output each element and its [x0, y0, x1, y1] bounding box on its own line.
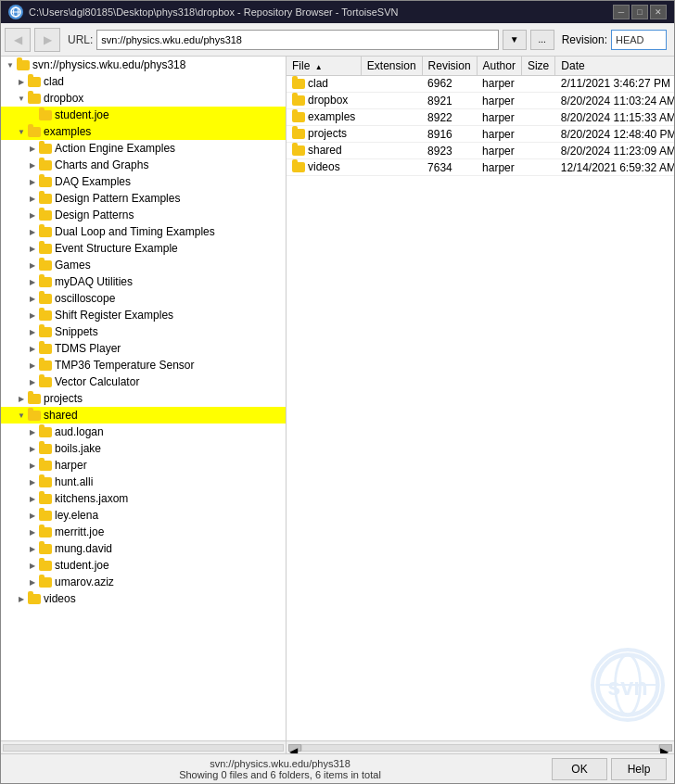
table-row[interactable]: dropbox8921harper8/20/2024 11:03:24 AM [287, 93, 674, 109]
tree-item-vector[interactable]: ▶ Vector Calculator [1, 373, 286, 390]
table-row[interactable]: projects8916harper8/20/2024 12:48:40 PM [287, 126, 674, 143]
main-window: C:\Users\dgl80185\Desktop\phys318\dropbo… [0, 0, 675, 784]
tree-item-event-structure[interactable]: ▶ Event Structure Example [1, 240, 286, 257]
tree-label-shared: shared [44, 409, 78, 422]
url-input[interactable] [96, 30, 498, 50]
tree-item-harper[interactable]: ▶ harper [1, 457, 286, 474]
col-header-extension[interactable]: Extension [361, 57, 422, 75]
tree-item-games[interactable]: ▶ Games [1, 257, 286, 273]
right-panel: File ▲ Extension Revision Author [287, 57, 674, 740]
col-header-author[interactable]: Author [477, 57, 521, 75]
file-extension [361, 93, 422, 109]
tree-item-charts[interactable]: ▶ Charts and Graphs [1, 157, 286, 173]
tree-label-student-joe-shared: student.joe [55, 559, 109, 572]
status-text-area: svn://physics.wku.edu/phys318 Showing 0 … [8, 758, 552, 780]
expander-games: ▶ [27, 257, 38, 273]
back-button[interactable]: ◀ [5, 28, 31, 52]
expander-daq: ▶ [27, 173, 38, 190]
tree-item-ley-elena[interactable]: ▶ ley.elena [1, 507, 286, 524]
folder-icon-tmp36 [38, 358, 53, 373]
table-row[interactable]: shared8923harper8/20/2024 11:23:09 AM [287, 143, 674, 159]
tree-item-videos[interactable]: ▶ videos [1, 590, 286, 607]
table-row[interactable]: clad6962harper2/11/2021 3:46:27 PM [287, 75, 674, 93]
tree-label-dropbox: dropbox [44, 92, 83, 105]
expander-merritt-joe: ▶ [27, 524, 38, 540]
tree-item-examples[interactable]: ▼ examples [1, 123, 286, 140]
main-content: ▼ svn://physics.wku.edu/phys318 ▶ clad ▼ [1, 57, 674, 740]
forward-icon: ▶ [44, 33, 52, 46]
file-extension [361, 143, 422, 159]
right-hscrollbar[interactable] [301, 744, 659, 752]
maximize-button[interactable]: □ [631, 5, 648, 19]
expander-dropbox: ▼ [16, 90, 27, 107]
url-browse-button[interactable]: ... [530, 30, 554, 50]
tree-label-design-pattern: Design Pattern Examples [55, 192, 180, 205]
tree-item-hunt-alli[interactable]: ▶ hunt.alli [1, 474, 286, 490]
revision-input[interactable] [611, 30, 667, 50]
tree-item-dual-loop[interactable]: ▶ Dual Loop and Timing Examples [1, 223, 286, 240]
file-size [521, 159, 554, 176]
tree-item-dropbox[interactable]: ▼ dropbox [1, 90, 286, 107]
close-button[interactable]: ✕ [650, 5, 667, 19]
file-extension [361, 75, 422, 93]
tree-label-umarov-aziz: umarov.aziz [55, 575, 114, 588]
col-header-file[interactable]: File ▲ [287, 57, 361, 75]
tree-item-tdms[interactable]: ▶ TDMS Player [1, 340, 286, 357]
tree-item-merritt-joe[interactable]: ▶ merritt.joe [1, 524, 286, 540]
tree-item-umarov-aziz[interactable]: ▶ umarov.aziz [1, 574, 286, 590]
tree-item-root[interactable]: ▼ svn://physics.wku.edu/phys318 [1, 57, 286, 73]
folder-icon-hunt-alli [38, 474, 53, 489]
folder-open-icon-dropbox [27, 91, 42, 106]
tree-item-tmp36[interactable]: ▶ TMP36 Temperature Sensor [1, 357, 286, 373]
help-button[interactable]: Help [611, 758, 667, 780]
tree-item-shift-register[interactable]: ▶ Shift Register Examples [1, 307, 286, 323]
window-title: C:\Users\dgl80185\Desktop\phys318\dropbo… [29, 6, 398, 18]
file-name: videos [308, 160, 340, 173]
tree-item-kitchens[interactable]: ▶ kitchens.jaxom [1, 490, 286, 507]
tree-item-student-joe-shared[interactable]: ▶ student.joe [1, 557, 286, 574]
folder-icon-vector [38, 374, 53, 389]
folder-icon-umarov-aziz [38, 575, 53, 589]
file-revision: 8916 [422, 126, 477, 143]
col-header-date[interactable]: Date [555, 57, 674, 75]
tree-item-daq[interactable]: ▶ DAQ Examples [1, 173, 286, 190]
url-go-button[interactable]: ▼ [503, 30, 527, 50]
tree-label-dual-loop: Dual Loop and Timing Examples [55, 225, 215, 238]
expander-root: ▼ [5, 57, 16, 73]
file-author: harper [477, 143, 521, 159]
table-row[interactable]: videos7634harper12/14/2021 6:59:32 AM [287, 159, 674, 176]
tree-item-action-engine[interactable]: ▶ Action Engine Examples [1, 140, 286, 157]
tree-item-mung-david[interactable]: ▶ mung.david [1, 540, 286, 557]
tree-item-clad[interactable]: ▶ clad [1, 73, 286, 90]
table-row[interactable]: examples8922harper8/20/2024 11:15:33 AM [287, 109, 674, 126]
expander-student-joe [27, 107, 38, 123]
tree-item-boils-jake[interactable]: ▶ boils.jake [1, 440, 286, 457]
tree-item-projects[interactable]: ▶ projects [1, 390, 286, 407]
browse-icon: ... [538, 34, 545, 44]
ok-button[interactable]: OK [552, 758, 607, 780]
right-scroll-left[interactable]: ◀ [288, 744, 301, 752]
folder-icon-student-joe [38, 107, 53, 122]
tree-item-oscilloscope[interactable]: ▶ oscilloscope [1, 290, 286, 307]
right-scroll-right[interactable]: ▶ [659, 744, 672, 752]
col-header-revision[interactable]: Revision [422, 57, 477, 75]
tree-item-snippets[interactable]: ▶ Snippets [1, 323, 286, 340]
expander-dual-loop: ▶ [27, 223, 38, 240]
tree-item-design-pattern[interactable]: ▶ Design Pattern Examples [1, 190, 286, 207]
file-size [521, 93, 554, 109]
folder-icon-action-engine [38, 141, 53, 156]
tree-item-design-patterns[interactable]: ▶ Design Patterns [1, 207, 286, 223]
tree-item-mydaq[interactable]: ▶ myDAQ Utilities [1, 273, 286, 290]
folder-icon-mydaq [38, 274, 53, 289]
tree-item-student-joe[interactable]: student.joe [1, 107, 286, 123]
url-label: URL: [68, 33, 93, 46]
tree-item-shared[interactable]: ▼ shared [1, 407, 286, 424]
tree-item-aud-logan[interactable]: ▶ aud.logan [1, 424, 286, 440]
col-header-size[interactable]: Size [521, 57, 554, 75]
forward-button[interactable]: ▶ [34, 28, 60, 52]
left-hscrollbar[interactable] [3, 744, 284, 752]
status-buttons: OK Help [552, 758, 667, 780]
minimize-button[interactable]: ─ [613, 5, 630, 19]
tree-label-tdms: TDMS Player [55, 342, 121, 355]
folder-icon-projects [27, 391, 42, 406]
